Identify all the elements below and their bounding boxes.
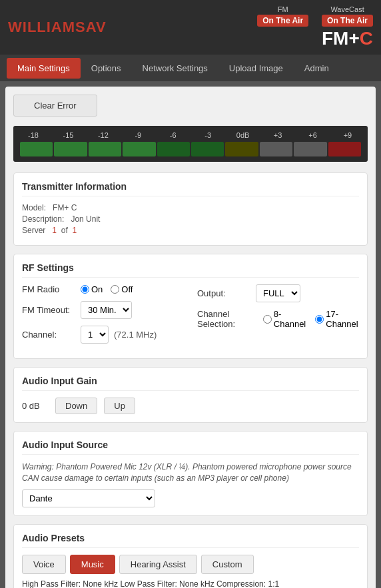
vu-bar-5	[191, 142, 224, 156]
vu-label-7: +3	[264, 131, 291, 139]
output-row: Output: FULL HIGH MED LOW	[197, 284, 359, 302]
server-row: Server 1 of 1	[22, 226, 359, 235]
preset-buttons: Voice Music Hearing Assist Custom	[22, 555, 359, 574]
vu-label-4: -6	[160, 131, 187, 139]
filter-info: High Pass Filter: None kHz Low Pass Filt…	[22, 579, 359, 588]
fm-timeout-select[interactable]: 30 Min. 15 Min. 60 Min. Never	[81, 301, 132, 319]
channel-select[interactable]: 1234 5678	[81, 326, 109, 344]
description-value: Jon Unit	[71, 214, 100, 224]
wavecast-on-air-badge: On The Air	[322, 15, 373, 27]
model-label: Model:	[22, 203, 46, 212]
rf-layout: FM Radio On Off FM Timeout:	[22, 284, 359, 350]
output-select[interactable]: FULL HIGH MED LOW	[256, 284, 300, 302]
vu-bar-9	[328, 142, 361, 156]
channel-17-label: 17-Channel	[326, 309, 359, 329]
nav-options[interactable]: Options	[81, 58, 132, 79]
gain-row: 0 dB Down Up	[22, 398, 359, 414]
device-suffix: C	[360, 28, 373, 49]
clear-error-button[interactable]: Clear Error	[13, 95, 97, 117]
audio-source-section: Audio Input Source Warning: Phantom Powe…	[13, 431, 368, 516]
fm-radio-label: FM Radio	[22, 284, 75, 294]
fm-radio-on-label: On	[91, 284, 103, 294]
audio-source-warning: Warning: Phantom Powered Mic 12v (XLR / …	[22, 461, 359, 484]
audio-gain-title: Audio Input Gain	[22, 376, 359, 391]
gain-up-button[interactable]: Up	[104, 398, 135, 414]
logo-suffix: AV	[86, 19, 107, 35]
model-row: Model: FM+ C	[22, 203, 359, 212]
frequency-text: (72.1 MHz)	[114, 330, 157, 340]
server-value[interactable]: 1	[52, 226, 57, 235]
nav-upload-image[interactable]: Upload Image	[218, 58, 294, 79]
vu-label-3: -9	[125, 131, 151, 139]
vu-label-8: +6	[300, 131, 326, 139]
gain-value: 0 dB	[22, 401, 49, 411]
audio-source-title: Audio Input Source	[22, 440, 359, 455]
fm-radio-on-input[interactable]	[81, 285, 89, 294]
fm-radio-off-label: Off	[121, 284, 133, 294]
header-right: FM On The Air WaveCast On The Air FM+C	[257, 5, 373, 49]
fm-radio-off-input[interactable]	[111, 285, 119, 294]
audio-source-select[interactable]: Dante XLR Mic Line In USB	[22, 489, 155, 507]
channel-selection-label: Channel Selection:	[197, 309, 258, 329]
vu-bar-4	[157, 142, 190, 156]
gain-down-button[interactable]: Down	[55, 398, 97, 414]
rf-settings-section: RF Settings FM Radio On Off	[13, 254, 368, 359]
channel-8-option[interactable]: 8-Channel	[263, 309, 306, 329]
nav-network-settings[interactable]: Network Settings	[132, 58, 218, 79]
vu-bar-7	[260, 142, 292, 156]
channel-17-input[interactable]	[315, 315, 324, 324]
channel-row: Channel: 1234 5678 (72.1 MHz)	[22, 326, 184, 344]
audio-presets-section: Audio Presets Voice Music Hearing Assist…	[13, 524, 368, 588]
fm-radio-off-option[interactable]: Off	[111, 284, 133, 294]
fm-label: FM	[278, 5, 288, 13]
server-label: Server	[22, 226, 45, 235]
vu-bar-3	[123, 142, 155, 156]
rf-right-column: Output: FULL HIGH MED LOW Channel Select…	[197, 284, 359, 350]
fm-radio-on-option[interactable]: On	[81, 284, 103, 294]
vu-label-5: -3	[194, 131, 221, 139]
nav: Main Settings Options Network Settings U…	[0, 55, 381, 81]
main-content: Clear Error -18 -15 -12 -9 -6 -3 0dB +3 …	[5, 87, 376, 588]
vu-bar-0	[20, 142, 53, 156]
fm-badge-group: FM On The Air	[257, 5, 308, 27]
channel-label: Channel:	[22, 330, 75, 340]
vu-label-9: +9	[334, 131, 361, 139]
vu-meter: -18 -15 -12 -9 -6 -3 0dB +3 +6 +9	[13, 126, 368, 162]
preset-music-button[interactable]: Music	[70, 555, 115, 574]
channel-8-label: 8-Channel	[274, 309, 306, 329]
vu-label-1: -15	[55, 131, 81, 139]
vu-label-0: -18	[20, 131, 47, 139]
description-label: Description:	[22, 214, 64, 224]
vu-bar-2	[89, 142, 121, 156]
vu-labels: -18 -15 -12 -9 -6 -3 0dB +3 +6 +9	[20, 131, 361, 139]
preset-custom-button[interactable]: Custom	[201, 555, 254, 574]
audio-gain-section: Audio Input Gain 0 dB Down Up	[13, 367, 368, 423]
nav-main-settings[interactable]: Main Settings	[7, 58, 81, 79]
server-total[interactable]: 1	[72, 226, 77, 235]
channel-17-option[interactable]: 17-Channel	[315, 309, 359, 329]
logo-text: WILLIAMS	[8, 19, 86, 35]
channel-8-input[interactable]	[263, 315, 272, 324]
transmitter-info-title: Transmitter Information	[22, 181, 359, 196]
vu-label-6: 0dB	[230, 131, 256, 139]
channel-selection-row: Channel Selection: 8-Channel 17-Channel	[197, 309, 359, 329]
preset-voice-button[interactable]: Voice	[22, 555, 66, 574]
server-of: of	[61, 226, 68, 235]
fm-radio-options: On Off	[81, 284, 133, 294]
rf-settings-title: RF Settings	[22, 262, 359, 278]
vu-bar-8	[294, 142, 326, 156]
header-badges: FM On The Air WaveCast On The Air	[257, 5, 373, 27]
nav-admin[interactable]: Admin	[294, 58, 340, 79]
fm-radio-row: FM Radio On Off	[22, 284, 184, 294]
device-name: FM+	[322, 28, 360, 49]
preset-hearing-assist-button[interactable]: Hearing Assist	[119, 555, 197, 574]
vu-bar-1	[54, 142, 87, 156]
clear-error-container: Clear Error	[13, 95, 368, 117]
vu-bars	[20, 142, 361, 156]
vu-bar-6	[225, 142, 258, 156]
channel-selection-options: 8-Channel 17-Channel	[263, 309, 359, 329]
output-label: Output:	[197, 288, 250, 298]
vu-label-2: -12	[90, 131, 117, 139]
header: WILLIAMSAV FM On The Air WaveCast On The…	[0, 0, 381, 55]
audio-presets-title: Audio Presets	[22, 533, 359, 548]
